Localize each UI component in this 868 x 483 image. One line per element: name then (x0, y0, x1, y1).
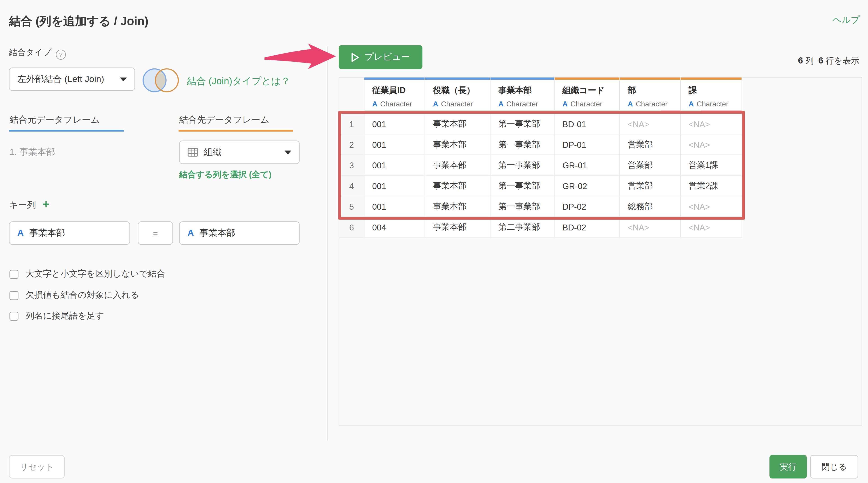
key-column-right-select[interactable]: A 事業本部 (179, 221, 300, 245)
about-join-link[interactable]: 結合 (Join)タイプとは？ (187, 75, 290, 88)
table-header-row: 従業員IDACharacter役職（長）ACharacter事業本部AChara… (339, 77, 742, 110)
column-group-bar (364, 77, 425, 80)
column-header-3[interactable]: 事業本部ACharacter (491, 77, 555, 110)
table-cell: 事業本部 (425, 176, 491, 196)
table-cell: GR-01 (555, 155, 620, 175)
add-suffix-checkbox[interactable] (9, 312, 18, 320)
table-cell: 001 (364, 134, 425, 155)
table-cell: BD-02 (555, 217, 620, 237)
table-row: 1001事業本部第一事業部BD-01<NA><NA> (339, 114, 742, 134)
tab-target-frame[interactable]: 結合先データフレーム (179, 114, 270, 126)
join-dialog: 結合 (列を追加する / Join) ヘルプ 結合タイプ? 左外部結合 (Lef… (0, 0, 868, 483)
row-number: 6 (339, 217, 364, 237)
table-cell: <NA> (620, 114, 681, 134)
table-cell: 第一事業部 (491, 196, 555, 217)
column-type: ACharacter (628, 100, 680, 108)
table-cell: 001 (364, 155, 425, 175)
column-name: 課 (688, 86, 742, 96)
table-cell: 004 (364, 217, 425, 237)
reset-button[interactable]: リセット (9, 455, 65, 479)
table-summary: 6 列 6 行を表示 (798, 56, 859, 66)
ignore-case-checkbox[interactable] (9, 270, 18, 279)
table-cell: 総務部 (620, 196, 681, 217)
column-name: 事業本部 (498, 86, 554, 96)
table-cell: 営業2課 (681, 176, 742, 196)
column-name: 従業員ID (372, 86, 425, 96)
column-group-bar (681, 77, 742, 80)
quality-segment (364, 110, 425, 114)
preview-button[interactable]: プレビュー (339, 45, 422, 69)
quality-segment (491, 110, 555, 114)
key-operator-select[interactable]: = (138, 221, 173, 245)
table-body: 1001事業本部第一事業部BD-01<NA><NA>2001事業本部第一事業部D… (339, 114, 742, 238)
target-frame-select[interactable]: 組織 (179, 140, 300, 164)
row-number: 1 (339, 114, 364, 134)
column-type: ACharacter (372, 100, 425, 108)
column-name: 部 (628, 86, 680, 96)
table-cell: DP-02 (555, 196, 620, 217)
table-cell: 001 (364, 196, 425, 217)
table-cell: GR-02 (555, 176, 620, 196)
close-button[interactable]: 閉じる (810, 455, 858, 479)
column-header-6[interactable]: 課ACharacter (681, 77, 742, 110)
character-type-icon: A (628, 100, 633, 108)
table-row: 3001事業本部第一事業部GR-01営業部営業1課 (339, 155, 742, 175)
quality-segment (425, 110, 491, 114)
table-cell: 営業部 (620, 155, 681, 175)
chevron-down-icon (285, 150, 291, 154)
column-group-bar (555, 77, 619, 80)
play-icon (351, 52, 360, 62)
chevron-down-icon (120, 77, 127, 81)
option-row: 欠損値も結合の対象に入れる (9, 289, 139, 301)
character-type-icon: A (498, 100, 503, 108)
join-type-label: 結合タイプ? (9, 47, 66, 60)
row-number-header (339, 77, 364, 110)
match-na-checkbox[interactable] (9, 291, 18, 299)
quality-segment (555, 110, 620, 114)
option-row: 列名に接尾語を足す (9, 310, 104, 322)
table-row: 4001事業本部第一事業部GR-02営業部営業2課 (339, 176, 742, 196)
column-header-4[interactable]: 組織コードACharacter (555, 77, 620, 110)
annotation-arrow-icon (264, 42, 337, 70)
panel-divider (327, 46, 328, 441)
character-type-icon: A (688, 100, 694, 108)
preview-table: 従業員IDACharacter役職（長）ACharacter事業本部AChara… (339, 77, 862, 426)
table-cell: 001 (364, 114, 425, 134)
character-type-icon: A (562, 100, 567, 108)
quality-segment (620, 110, 681, 114)
column-header-1[interactable]: 従業員IDACharacter (364, 77, 425, 110)
character-type-icon: A (433, 100, 438, 108)
table-icon (187, 148, 198, 157)
help-circle-icon[interactable]: ? (56, 50, 66, 60)
column-type: ACharacter (433, 100, 490, 108)
table-cell: 001 (364, 176, 425, 196)
left-join-venn-icon (141, 67, 180, 94)
column-group-bar (491, 77, 554, 80)
source-frame-name: 1. 事業本部 (9, 147, 55, 158)
table-cell: 第一事業部 (491, 134, 555, 155)
table-row: 6004事業本部第二事業部BD-02<NA><NA> (339, 217, 742, 237)
table-cell: 第二事業部 (491, 217, 555, 237)
table-cell: <NA> (681, 114, 742, 134)
page-title: 結合 (列を追加する / Join) (9, 13, 148, 29)
table-cell: BD-01 (555, 114, 620, 134)
table-cell: 第一事業部 (491, 176, 555, 196)
column-header-2[interactable]: 役職（長）ACharacter (425, 77, 491, 110)
table-cell: 事業本部 (425, 196, 491, 217)
key-column-left-select[interactable]: A 事業本部 (9, 221, 130, 245)
add-key-column-icon[interactable]: + (43, 197, 50, 210)
help-link[interactable]: ヘルプ (833, 14, 860, 26)
run-button[interactable]: 実行 (770, 455, 807, 479)
tab-source-frame[interactable]: 結合元データフレーム (9, 114, 100, 126)
select-columns-link[interactable]: 結合する列を選択 (全て) (179, 169, 272, 180)
table-cell: 第一事業部 (491, 114, 555, 134)
table-row: 2001事業本部第一事業部DP-01営業部<NA> (339, 134, 742, 155)
quality-segment (681, 110, 742, 114)
tab-source-underline (9, 130, 124, 131)
column-header-5[interactable]: 部ACharacter (620, 77, 681, 110)
table-cell: 営業1課 (681, 155, 742, 175)
character-type-icon: A (18, 228, 24, 238)
join-type-select[interactable]: 左外部結合 (Left Join) (9, 68, 135, 91)
table-cell: 第一事業部 (491, 155, 555, 175)
character-type-icon: A (372, 100, 377, 108)
